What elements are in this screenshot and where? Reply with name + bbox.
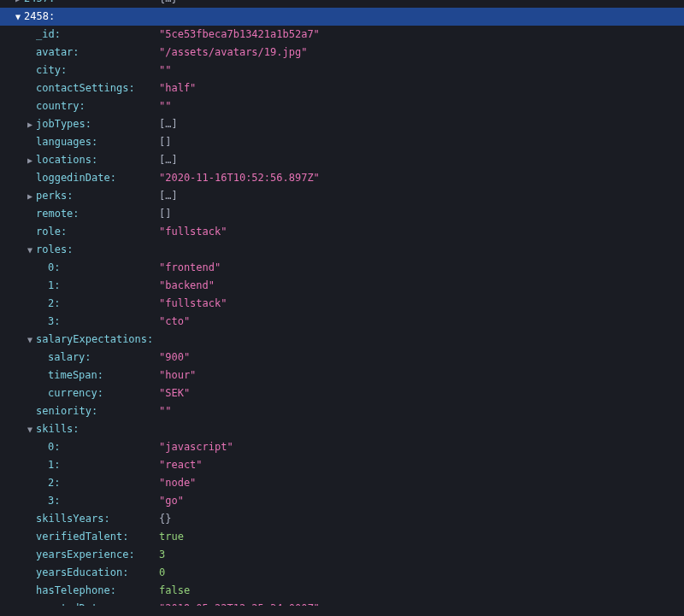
tree-row-role[interactable]: role:"fullstack"	[0, 223, 684, 241]
property-key: skillsYears	[36, 510, 103, 528]
property-key: avatar	[36, 44, 73, 62]
property-key: 0	[48, 259, 54, 277]
colon: :	[54, 492, 60, 510]
property-key: city	[36, 62, 61, 79]
tree-row-2[interactable]: 2:"node"	[0, 474, 684, 492]
tree-row-2[interactable]: 2:"fullstack"	[0, 295, 684, 313]
tree-row-country[interactable]: country:""	[0, 97, 684, 115]
tree-row-roles[interactable]: ▼roles:	[0, 241, 684, 259]
tree-row-city[interactable]: city:""	[0, 62, 684, 79]
colon: :	[54, 295, 60, 313]
tree-row-jobTypes[interactable]: ▶jobTypes:[…]	[0, 115, 684, 133]
tree-row-skillsYears[interactable]: skillsYears:{}	[0, 510, 684, 528]
chevron-down-icon[interactable]: ▼	[26, 420, 34, 438]
property-key: salary	[48, 349, 85, 367]
property-value: "hour"	[159, 367, 196, 384]
colon: :	[61, 223, 67, 241]
colon: :	[54, 438, 60, 456]
colon: :	[85, 349, 91, 367]
tree-row-2458[interactable]: ▼2458:	[0, 8, 684, 26]
property-value: {}	[159, 510, 171, 528]
property-key: 1	[48, 456, 54, 474]
tree-row-1[interactable]: 1:"react"	[0, 456, 684, 474]
colon: :	[91, 151, 97, 169]
colon: :	[147, 331, 153, 349]
property-value: ""	[159, 62, 171, 79]
property-value: "/assets/avatars/19.jpg"	[159, 44, 307, 62]
colon: :	[49, 8, 55, 26]
property-value: ""	[159, 402, 171, 420]
property-key: 2	[48, 295, 54, 313]
tree-row-contactSettings[interactable]: contactSettings:"half"	[0, 79, 684, 97]
chevron-right-icon[interactable]: ▶	[14, 0, 22, 8]
chevron-down-icon[interactable]: ▼	[26, 241, 34, 259]
property-key: skills	[36, 420, 73, 438]
tree-row-3[interactable]: 3:"go"	[0, 492, 684, 510]
property-key: yearsEducation	[36, 564, 122, 582]
property-key: 2457	[24, 0, 49, 8]
property-value: "fullstack"	[159, 295, 227, 313]
tree-row-seniority[interactable]: seniority:""	[0, 402, 684, 420]
tree-row-0[interactable]: 0:"javascript"	[0, 438, 684, 456]
chevron-right-icon[interactable]: ▶	[26, 187, 34, 205]
property-key: country	[36, 97, 80, 115]
colon: :	[97, 384, 103, 402]
tree-row-0[interactable]: 0:"frontend"	[0, 259, 684, 277]
tree-row-yearsExperience[interactable]: yearsExperience:3	[0, 546, 684, 564]
property-value: […]	[159, 151, 178, 169]
tree-row-perks[interactable]: ▶perks:[…]	[0, 187, 684, 205]
colon: :	[54, 456, 60, 474]
property-key: currency	[48, 384, 97, 402]
tree-row-salaryExpectations[interactable]: ▼salaryExpectations:	[0, 331, 684, 349]
tree-row-_id[interactable]: _id:"5ce53fbeca7b13421a1b52a7"	[0, 26, 684, 44]
colon: :	[122, 564, 128, 582]
property-key: roles	[36, 241, 67, 259]
colon: :	[128, 546, 134, 564]
property-key: 2	[48, 474, 54, 492]
property-value: "2019-05-22T12:25:34.000Z"	[159, 600, 320, 606]
chevron-right-icon[interactable]: ▶	[26, 115, 34, 133]
property-value: false	[159, 582, 190, 600]
property-value: 3	[159, 546, 165, 564]
property-key: salaryExpectations	[36, 331, 147, 349]
tree-row-yearsEducation[interactable]: yearsEducation:0	[0, 564, 684, 582]
property-value: "react"	[159, 456, 203, 474]
colon: :	[103, 600, 109, 606]
colon: :	[54, 474, 60, 492]
colon: :	[54, 277, 60, 295]
property-value: […]	[159, 115, 178, 133]
property-value: "fullstack"	[159, 223, 227, 241]
tree-row-timeSpan[interactable]: timeSpan:"hour"	[0, 367, 684, 384]
chevron-down-icon[interactable]: ▼	[14, 8, 22, 26]
tree-row-remote[interactable]: remote:[]	[0, 205, 684, 223]
chevron-down-icon[interactable]: ▼	[26, 331, 34, 349]
property-value: []	[159, 205, 171, 223]
property-value: "half"	[159, 79, 196, 97]
tree-row-hasTelephone[interactable]: hasTelephone:false	[0, 582, 684, 600]
tree-row-languages[interactable]: languages:[]	[0, 133, 684, 151]
tree-row-salary[interactable]: salary:"900"	[0, 349, 684, 367]
property-key: hasTelephone	[36, 582, 110, 600]
tree-row-2457[interactable]: ▶2457:{…}	[0, 0, 684, 8]
tree-row-currency[interactable]: currency:"SEK"	[0, 384, 684, 402]
chevron-right-icon[interactable]: ▶	[26, 151, 34, 169]
tree-row-locations[interactable]: ▶locations:[…]	[0, 151, 684, 169]
tree-row-avatar[interactable]: avatar:"/assets/avatars/19.jpg"	[0, 44, 684, 62]
colon: :	[73, 205, 79, 223]
property-value: "javascript"	[159, 438, 233, 456]
tree-row-3[interactable]: 3:"cto"	[0, 313, 684, 331]
property-value: ""	[159, 97, 171, 115]
tree-row-skills[interactable]: ▼skills:	[0, 420, 684, 438]
tree-row-loggedinDate[interactable]: loggedinDate:"2020-11-16T10:52:56.897Z"	[0, 169, 684, 187]
tree-row-createdDate[interactable]: createdDate:"2019-05-22T12:25:34.000Z"	[0, 600, 684, 606]
property-key: verifiedTalent	[36, 528, 122, 546]
tree-row-1[interactable]: 1:"backend"	[0, 277, 684, 295]
property-key: loggedinDate	[36, 169, 110, 187]
colon: :	[128, 79, 134, 97]
property-key: 3	[48, 313, 54, 331]
colon: :	[91, 133, 97, 151]
tree-row-verifiedTalent[interactable]: verifiedTalent:true	[0, 528, 684, 546]
property-value: "SEK"	[159, 384, 190, 402]
property-key: 0	[48, 438, 54, 456]
property-value: []	[159, 133, 171, 151]
